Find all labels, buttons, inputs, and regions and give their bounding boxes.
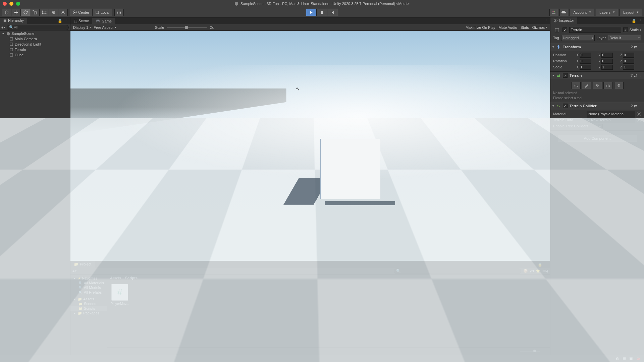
inspector-lock-icon[interactable]: 🔒 bbox=[632, 19, 636, 23]
hierarchy-item-cube[interactable]: Cube bbox=[0, 52, 70, 58]
pos-z[interactable] bbox=[623, 53, 634, 58]
maximize-toggle[interactable]: Maximize On Play bbox=[466, 25, 495, 29]
hierarchy-tab[interactable]: ☰Hierarchy bbox=[0, 18, 27, 24]
object-name-field[interactable] bbox=[569, 27, 621, 33]
tag-dropdown[interactable]: Untagged▾ bbox=[561, 35, 595, 41]
help-icon[interactable]: ? bbox=[631, 45, 633, 49]
transform-header[interactable]: ▾ Transform ?⇄⋮ bbox=[550, 43, 644, 51]
preset-icon[interactable]: ⇄ bbox=[634, 73, 637, 78]
collab-button[interactable] bbox=[549, 9, 558, 16]
scale-tool[interactable] bbox=[30, 9, 40, 16]
hierarchy-item-light[interactable]: Directional Light bbox=[0, 42, 70, 47]
terrain-details-tool[interactable] bbox=[603, 82, 613, 89]
help-icon[interactable]: ? bbox=[631, 104, 633, 108]
minimize-window-button[interactable] bbox=[9, 2, 13, 6]
svg-rect-21 bbox=[322, 11, 323, 14]
terrain-settings-tool[interactable] bbox=[614, 82, 624, 89]
cloud-button[interactable] bbox=[559, 9, 568, 16]
terrain-enabled-checkbox[interactable] bbox=[563, 73, 568, 78]
pos-x[interactable] bbox=[580, 53, 591, 58]
unity-scene-icon bbox=[6, 32, 10, 36]
transform-tool[interactable] bbox=[49, 9, 58, 16]
scale-value: 2x bbox=[210, 25, 214, 29]
hierarchy-search[interactable]: 🔍 bbox=[7, 25, 69, 30]
collider-enabled-checkbox[interactable] bbox=[563, 104, 568, 108]
scale-slider[interactable] bbox=[167, 27, 207, 28]
hierarchy-item-terrain[interactable]: Terrain bbox=[0, 47, 70, 52]
scene-row[interactable]: ▾SampleScene bbox=[0, 31, 70, 36]
scale-z[interactable] bbox=[623, 65, 634, 70]
rect-tool[interactable] bbox=[40, 9, 49, 16]
move-tool[interactable] bbox=[11, 9, 21, 16]
hierarchy-search-input[interactable] bbox=[14, 25, 66, 29]
layout-dropdown[interactable]: Layout▼ bbox=[620, 9, 642, 16]
svg-point-15 bbox=[119, 12, 119, 13]
rot-z[interactable] bbox=[623, 59, 634, 64]
terrain-paint-tool[interactable] bbox=[582, 82, 591, 89]
scene-tab[interactable]: ⬚Scene bbox=[70, 18, 92, 24]
custom-tool[interactable] bbox=[58, 9, 68, 16]
account-dropdown[interactable]: Account▼ bbox=[570, 9, 594, 16]
menu-icon[interactable]: ⋮ bbox=[638, 104, 642, 108]
gameobject-icon bbox=[9, 37, 13, 41]
preset-icon[interactable]: ⇄ bbox=[634, 104, 637, 108]
asset-zoom-slider[interactable] bbox=[520, 351, 540, 352]
game-view[interactable]: ↖ bbox=[70, 31, 550, 261]
titlebar: SampleScene - 3D Fun - PC, Mac & Linux S… bbox=[0, 0, 644, 7]
scale-x[interactable] bbox=[580, 65, 591, 70]
mute-toggle[interactable]: Mute Audio bbox=[499, 25, 517, 29]
lock-icon[interactable]: 🔒 bbox=[58, 19, 62, 23]
scale-y[interactable] bbox=[601, 65, 613, 70]
viewport-tab-row: ⬚Scene 🎮Game ⋮ bbox=[70, 17, 550, 24]
search-icon: 🔍 bbox=[9, 25, 14, 29]
preset-icon[interactable]: ⇄ bbox=[634, 45, 637, 49]
create-dropdown[interactable]: +▾ bbox=[1, 25, 5, 29]
window-title: SampleScene - 3D Fun - PC, Mac & Linux S… bbox=[234, 2, 410, 6]
display-dropdown[interactable]: Display 1▾ bbox=[73, 25, 91, 29]
rot-y[interactable] bbox=[601, 59, 613, 64]
inspector-menu-icon[interactable]: ⋮ bbox=[638, 19, 644, 23]
maximize-window-button[interactable] bbox=[16, 2, 20, 6]
svg-rect-25 bbox=[10, 38, 13, 40]
terrain-collider-header[interactable]: ▾ Terrain Collider ?⇄⋮ bbox=[550, 102, 644, 110]
static-dropdown[interactable]: ▾ bbox=[640, 28, 641, 32]
hierarchy-item-camera[interactable]: Main Camera bbox=[0, 36, 70, 42]
svg-rect-28 bbox=[10, 54, 13, 56]
terrain-raise-tool[interactable] bbox=[571, 82, 581, 89]
panel-menu-icon[interactable]: ⋮ bbox=[64, 19, 70, 23]
gizmos-dropdown[interactable]: Gizmos▾ bbox=[532, 25, 547, 29]
handle-rotation-toggle[interactable]: Local bbox=[92, 9, 112, 16]
pos-y[interactable] bbox=[601, 53, 613, 58]
pivot-mode-toggle[interactable]: Center bbox=[70, 9, 92, 16]
static-checkbox[interactable] bbox=[623, 27, 628, 32]
hand-tool[interactable] bbox=[2, 9, 11, 16]
viewport-menu-icon[interactable]: ⋮ bbox=[544, 19, 550, 23]
svg-rect-27 bbox=[10, 48, 13, 51]
menu-icon[interactable]: ⋮ bbox=[638, 73, 642, 78]
play-button[interactable] bbox=[306, 9, 317, 16]
gameobject-active-checkbox[interactable] bbox=[562, 27, 567, 32]
object-picker-button[interactable]: ⊙ bbox=[637, 112, 641, 116]
layer-dropdown[interactable]: Default▾ bbox=[608, 35, 641, 41]
rot-x[interactable] bbox=[580, 59, 591, 64]
material-field[interactable]: None (Physic Materia bbox=[587, 111, 635, 117]
terrain-trees-tool[interactable] bbox=[593, 82, 602, 89]
rotate-tool[interactable] bbox=[21, 9, 30, 16]
layers-dropdown[interactable]: Layers▼ bbox=[596, 9, 618, 16]
menu-icon[interactable]: ⋮ bbox=[638, 45, 642, 49]
svg-point-30 bbox=[619, 85, 619, 86]
help-icon[interactable]: ? bbox=[631, 73, 633, 78]
inspector-tab[interactable]: ⓘInspector bbox=[550, 17, 577, 24]
aspect-dropdown[interactable]: Free Aspect▾ bbox=[94, 25, 116, 29]
terrain-header[interactable]: ▾ Terrain ?⇄⋮ bbox=[550, 72, 644, 79]
stats-toggle[interactable]: Stats bbox=[521, 25, 529, 29]
step-button[interactable] bbox=[327, 9, 338, 16]
snap-toggle[interactable] bbox=[114, 9, 124, 16]
material-label: Material bbox=[553, 112, 585, 116]
close-window-button[interactable] bbox=[3, 2, 7, 6]
pause-button[interactable] bbox=[317, 9, 327, 16]
svg-point-12 bbox=[119, 11, 119, 11]
game-tab[interactable]: 🎮Game bbox=[92, 18, 115, 24]
no-tool-msg: Please select a tool bbox=[553, 96, 641, 101]
unity-logo-icon bbox=[234, 2, 238, 6]
